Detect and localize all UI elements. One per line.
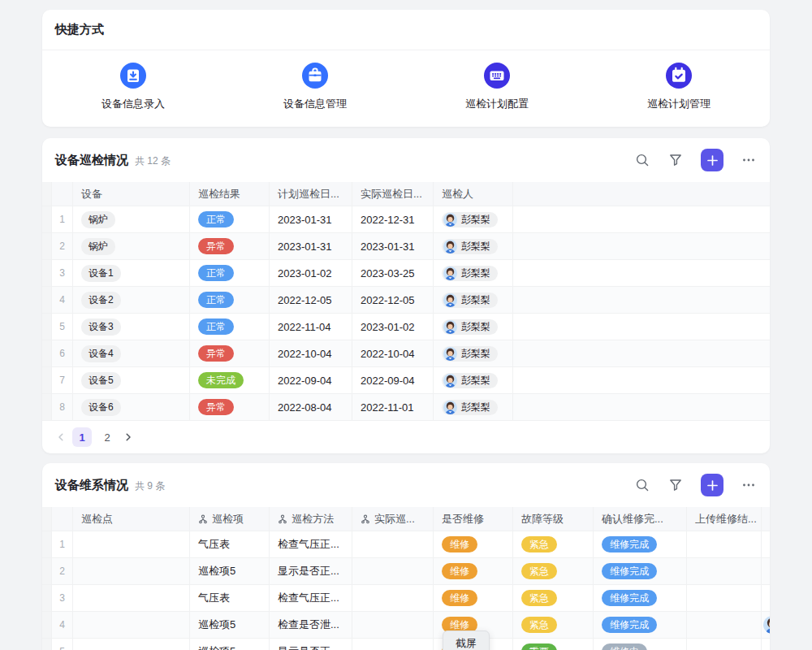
- row-number[interactable]: 8: [52, 394, 73, 420]
- point-cell[interactable]: [73, 558, 190, 584]
- column-header[interactable]: 是否维修: [434, 507, 513, 531]
- method-cell[interactable]: 显示是否正...: [270, 558, 352, 584]
- item-cell[interactable]: 气压表: [190, 531, 270, 557]
- add-record-button[interactable]: [701, 149, 723, 171]
- row-number[interactable]: 3: [52, 260, 73, 286]
- actual-cell[interactable]: [352, 612, 434, 638]
- item-cell[interactable]: 巡检项5: [190, 612, 270, 638]
- upload-cell[interactable]: [687, 612, 762, 638]
- confirm-cell[interactable]: 维修完成: [594, 585, 687, 611]
- planned-date-cell[interactable]: 2022-08-04: [270, 394, 352, 420]
- device-cell[interactable]: 锅炉: [73, 206, 190, 232]
- result-cell[interactable]: 正常: [190, 206, 270, 232]
- row-number[interactable]: 5: [52, 639, 73, 650]
- inspector-cell[interactable]: 彭梨梨: [434, 287, 513, 313]
- page-button[interactable]: 1: [72, 427, 92, 447]
- column-header[interactable]: 实际巡检日...: [352, 182, 434, 206]
- row-number[interactable]: 2: [52, 558, 73, 584]
- level-cell[interactable]: 紧急: [513, 585, 594, 611]
- search-icon[interactable]: [634, 152, 650, 168]
- actual-date-cell[interactable]: 2023-01-31: [352, 233, 434, 259]
- upload-cell[interactable]: [687, 585, 762, 611]
- column-header[interactable]: 确认维修完...: [594, 507, 687, 531]
- row-number[interactable]: 5: [52, 314, 73, 340]
- column-header[interactable]: 上传维修结...: [687, 507, 762, 531]
- row-number[interactable]: 7: [52, 367, 73, 393]
- column-header[interactable]: 巡检人: [434, 182, 513, 206]
- method-cell[interactable]: 显示是否正...: [270, 639, 352, 650]
- device-cell[interactable]: 锅炉: [73, 233, 190, 259]
- row-number[interactable]: 1: [52, 531, 73, 557]
- actual-cell[interactable]: [352, 639, 434, 650]
- column-header[interactable]: 实际巡...: [352, 507, 434, 531]
- actual-date-cell[interactable]: 2023-01-02: [352, 314, 434, 340]
- inspector-cell[interactable]: 彭梨梨: [434, 206, 513, 232]
- shortcut-plan-config[interactable]: 巡检计划配置: [406, 63, 588, 126]
- actual-date-cell[interactable]: 2022-10-04: [352, 340, 434, 366]
- repair-cell[interactable]: 维修: [434, 558, 513, 584]
- planned-date-cell[interactable]: 2023-01-31: [270, 206, 352, 232]
- table-row[interactable]: 3气压表检查气压正...维修紧急维修完成: [42, 585, 770, 612]
- repair-cell[interactable]: 维修: [434, 531, 513, 557]
- repair-person-cell[interactable]: [762, 612, 770, 638]
- column-header[interactable]: 巡检点: [73, 507, 190, 531]
- planned-date-cell[interactable]: 2022-10-04: [270, 340, 352, 366]
- search-icon[interactable]: [634, 477, 650, 493]
- upload-cell[interactable]: [687, 531, 762, 557]
- planned-date-cell[interactable]: 2023-01-31: [270, 233, 352, 259]
- row-number[interactable]: 1: [52, 206, 73, 232]
- inspector-cell[interactable]: 彭梨梨: [434, 394, 513, 420]
- table-row[interactable]: 4巡检项5检查是否泄...维修紧急维修完成: [42, 612, 770, 639]
- device-cell[interactable]: 设备2: [73, 287, 190, 313]
- result-cell[interactable]: 未完成: [190, 367, 270, 393]
- filter-icon[interactable]: [667, 477, 684, 493]
- inspector-cell[interactable]: 彭梨梨: [434, 314, 513, 340]
- table-row[interactable]: 1锅炉正常2023-01-312022-12-31彭梨梨: [42, 206, 770, 233]
- planned-date-cell[interactable]: 2022-09-04: [270, 367, 352, 393]
- point-cell[interactable]: [73, 531, 190, 557]
- row-number[interactable]: 4: [52, 612, 73, 638]
- more-menu-icon[interactable]: [741, 477, 757, 493]
- method-cell[interactable]: 检查是否泄...: [270, 612, 352, 638]
- actual-date-cell[interactable]: 2022-12-31: [352, 206, 434, 232]
- result-cell[interactable]: 异常: [190, 233, 270, 259]
- inspector-cell[interactable]: 彭梨梨: [434, 367, 513, 393]
- point-cell[interactable]: [73, 639, 190, 650]
- column-header[interactable]: 巡检方法: [270, 507, 352, 531]
- device-cell[interactable]: 设备5: [73, 367, 190, 393]
- actual-cell[interactable]: [352, 531, 434, 557]
- more-menu-icon[interactable]: [741, 152, 757, 168]
- repair-person-cell[interactable]: [762, 531, 770, 557]
- column-header[interactable]: 计划巡检日...: [270, 182, 352, 206]
- row-number[interactable]: 3: [52, 585, 73, 611]
- inspector-cell[interactable]: 彭梨梨: [434, 233, 513, 259]
- upload-cell[interactable]: [687, 639, 762, 650]
- result-cell[interactable]: 异常: [190, 394, 270, 420]
- level-cell[interactable]: 紧急: [513, 531, 594, 557]
- column-header[interactable]: 设备: [73, 182, 190, 206]
- planned-date-cell[interactable]: 2023-01-02: [270, 260, 352, 286]
- row-number[interactable]: 4: [52, 287, 73, 313]
- method-cell[interactable]: 检查气压正...: [270, 585, 352, 611]
- column-header[interactable]: 巡检结果: [190, 182, 270, 206]
- table-row[interactable]: 4设备2正常2022-12-052022-12-05彭梨梨: [42, 287, 770, 314]
- actual-cell[interactable]: [352, 558, 434, 584]
- add-record-button[interactable]: [701, 474, 723, 496]
- result-cell[interactable]: 正常: [190, 314, 270, 340]
- filter-icon[interactable]: [667, 152, 684, 168]
- actual-cell[interactable]: [352, 585, 434, 611]
- confirm-cell[interactable]: 维修完成: [594, 558, 687, 584]
- table-row[interactable]: 8设备6异常2022-08-042022-11-01彭梨梨: [42, 394, 770, 421]
- confirm-cell[interactable]: 维修中: [594, 639, 687, 650]
- row-number[interactable]: 2: [52, 233, 73, 259]
- planned-date-cell[interactable]: 2022-12-05: [270, 287, 352, 313]
- repair-person-cell[interactable]: [762, 585, 770, 611]
- item-cell[interactable]: 巡检项5: [190, 558, 270, 584]
- column-header[interactable]: 巡检项: [190, 507, 270, 531]
- level-cell[interactable]: 重要: [513, 639, 594, 650]
- repair-cell[interactable]: 维修: [434, 585, 513, 611]
- item-cell[interactable]: 巡检项5: [190, 639, 270, 650]
- table-row[interactable]: 2锅炉异常2023-01-312023-01-31彭梨梨: [42, 233, 770, 260]
- shortcut-device-entry[interactable]: 设备信息录入: [42, 63, 224, 126]
- point-cell[interactable]: [73, 585, 190, 611]
